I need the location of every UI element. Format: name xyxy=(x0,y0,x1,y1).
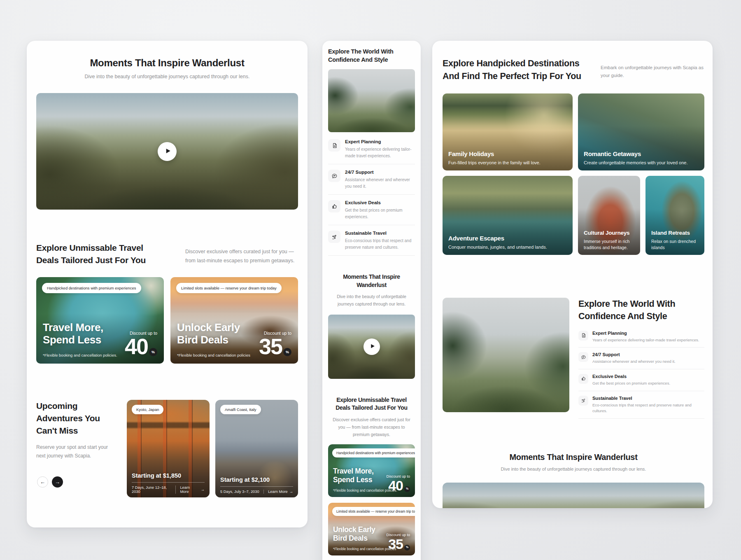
percent-badge: % xyxy=(283,348,291,356)
adventure-card-amalfi[interactable]: Amalfi Coast, Italy Starting at $2,100 5… xyxy=(215,400,298,497)
thumbs-up-icon xyxy=(328,200,340,212)
features-image xyxy=(443,298,569,412)
document-icon xyxy=(328,139,340,152)
deals-title: Explore Unmissable TravelDeals Tailored … xyxy=(36,242,146,267)
learn-more-link[interactable]: Learn More → xyxy=(263,490,293,494)
play-icon xyxy=(368,343,375,350)
learn-more-link[interactable]: Learn More → xyxy=(175,485,205,494)
feature-item: 24/7 SupportAssistance whenever and wher… xyxy=(328,164,415,195)
destination-card-adventure-escapes[interactable]: Adventure EscapesConquer mountains, jung… xyxy=(443,176,573,255)
chat-icon xyxy=(578,352,588,362)
feature-item: Exclusive DealsGet the best prices on pr… xyxy=(328,195,415,225)
deal-footnote: *Flexible booking and cancellation polic… xyxy=(43,353,117,357)
arrow-right-icon: → xyxy=(289,490,293,494)
feature-item: Sustainable TravelEco-conscious trips th… xyxy=(328,225,415,256)
moments-subtitle: Dive into the beauty of unforgettable jo… xyxy=(36,74,298,79)
features-title: Explore The World WithConfidence And Sty… xyxy=(328,47,415,64)
adventure-price: Starting at $1,850 xyxy=(132,472,205,479)
desktop-panel-left: Moments That Inspire Wanderlust Dive int… xyxy=(27,41,308,527)
deal-title: Travel More,Spend Less xyxy=(43,321,103,346)
design-canvas: Moments That Inspire Wanderlust Dive int… xyxy=(0,0,741,560)
video-player[interactable] xyxy=(36,93,298,210)
arrow-right-icon: → xyxy=(55,479,60,485)
deal-card-travel-more[interactable]: Handpicked destinations with premium exp… xyxy=(328,444,415,497)
features-title: Explore The World WithConfidence And Sty… xyxy=(578,298,704,322)
carousel-prev-button[interactable]: ← xyxy=(37,476,48,488)
play-icon xyxy=(163,148,171,155)
location-badge: Kyoto, Japan xyxy=(132,405,163,414)
feature-item: Expert PlanningYears of experience deliv… xyxy=(578,326,704,348)
location-badge: Amalfi Coast, Italy xyxy=(220,405,261,414)
adventure-price: Starting at $2,100 xyxy=(220,476,293,483)
desktop-panel-right: Explore Handpicked DestinationsAnd Find … xyxy=(432,41,713,508)
deal-title: Unlock EarlyBird Deals xyxy=(177,321,240,346)
deal-card-early-bird[interactable]: Limited slots available — reserve your d… xyxy=(328,503,415,555)
deal-title: Unlock EarlyBird Deals xyxy=(333,525,375,542)
mobile-panel: Explore The World WithConfidence And Sty… xyxy=(322,41,421,560)
destination-card-cultural-journeys[interactable]: Cultural JourneysImmerse yourself in ric… xyxy=(578,176,640,255)
percent-badge: % xyxy=(404,486,410,492)
moments-section: Moments That Inspire Wanderlust Dive int… xyxy=(36,57,298,79)
destination-card-island-retreats[interactable]: Island RetreatsRelax on sun drenched isl… xyxy=(645,176,704,255)
deal-footnote: *Flexible booking and cancellation polic… xyxy=(333,547,396,551)
adventures-section: Upcoming Adventures You Can't Miss Reser… xyxy=(36,400,298,497)
carousel-next-button[interactable]: → xyxy=(52,476,63,488)
features-image xyxy=(328,69,415,132)
features-list: Expert PlanningYears of experience deliv… xyxy=(328,134,415,256)
thumbs-up-icon xyxy=(578,374,588,384)
destinations-title: Explore Handpicked DestinationsAnd Find … xyxy=(443,57,581,83)
discount-block: Discount up to 40% xyxy=(125,331,157,357)
video-player[interactable] xyxy=(328,315,415,379)
deal-footnote: *Flexible booking and cancellation polic… xyxy=(177,353,250,357)
adventures-title: Upcoming Adventures You Can't Miss xyxy=(36,400,121,436)
plane-icon xyxy=(578,396,588,406)
chat-icon xyxy=(328,170,340,182)
feature-item: Expert PlanningYears of experience deliv… xyxy=(328,134,415,164)
destinations-section: Explore Handpicked DestinationsAnd Find … xyxy=(443,57,704,83)
moments-title: Moments That Inspire Wanderlust xyxy=(328,273,415,289)
deals-title: Explore Unmissable TravelDeals Tailored … xyxy=(328,396,415,412)
deal-card-early-bird[interactable]: Limited slots available — reserve your d… xyxy=(170,277,298,364)
moments-subtitle: Dive into the beauty of unforgettable jo… xyxy=(443,467,704,471)
deals-subtitle: Discover exclusive offers curated just f… xyxy=(328,416,415,439)
arrow-right-icon: → xyxy=(201,488,205,492)
arrow-left-icon: ← xyxy=(40,479,45,485)
destination-card-family-holidays[interactable]: Family HolidaysFun-filled trips everyone… xyxy=(443,93,573,170)
moments-title: Moments That Inspire Wanderlust xyxy=(443,453,704,462)
deal-badge: Handpicked destinations with premium exp… xyxy=(42,283,141,293)
destination-card-romantic-getaways[interactable]: Romantic GetawaysCreate unforgettable me… xyxy=(578,93,704,170)
percent-badge: % xyxy=(404,545,410,551)
plane-icon xyxy=(328,231,340,243)
deals-section: Explore Unmissable TravelDeals Tailored … xyxy=(36,242,298,364)
adventures-subtitle: Reserve your spot and start your next jo… xyxy=(36,443,112,460)
video-player[interactable] xyxy=(443,483,704,508)
deal-badge: Limited slots available — reserve your d… xyxy=(176,283,282,293)
adventure-dates: 7 Days, June 12–18, 2030 xyxy=(132,485,175,494)
deal-title: Travel More,Spend Less xyxy=(333,467,374,484)
play-button[interactable] xyxy=(158,142,177,161)
discount-block: Discount up to 35% xyxy=(259,331,291,357)
moments-section: Moments That Inspire Wanderlust Dive int… xyxy=(443,453,704,508)
feature-item: Sustainable TravelEco-conscious trips th… xyxy=(578,391,704,419)
deal-badge: Handpicked destinations with premium exp… xyxy=(332,448,415,457)
features-section: Explore The World WithConfidence And Sty… xyxy=(443,298,704,419)
destinations-subtitle: Embark on unforgettable journeys with Sc… xyxy=(601,64,704,83)
deals-subtitle: Discover exclusive offers curated just f… xyxy=(185,247,298,265)
percent-badge: % xyxy=(149,348,157,356)
deal-footnote: *Flexible booking and cancellation polic… xyxy=(333,489,397,492)
moments-title: Moments That Inspire Wanderlust xyxy=(36,57,298,69)
adventure-card-kyoto[interactable]: Kyoto, Japan Starting at $1,850 7 Days, … xyxy=(127,400,210,497)
document-icon xyxy=(578,331,588,341)
moments-subtitle: Dive into the beauty of unforgettable jo… xyxy=(328,293,415,308)
feature-item: 24/7 SupportAssistance whenever and wher… xyxy=(578,348,704,369)
deal-card-travel-more[interactable]: Handpicked destinations with premium exp… xyxy=(36,277,164,364)
adventure-dates: 5 Days, July 3–7, 2030 xyxy=(220,490,259,494)
feature-item: Exclusive DealsGet the best prices on pr… xyxy=(578,369,704,391)
features-list: Expert PlanningYears of experience deliv… xyxy=(578,326,704,419)
play-button[interactable] xyxy=(364,338,380,355)
deal-badge: Limited slots available — reserve your d… xyxy=(332,507,415,516)
